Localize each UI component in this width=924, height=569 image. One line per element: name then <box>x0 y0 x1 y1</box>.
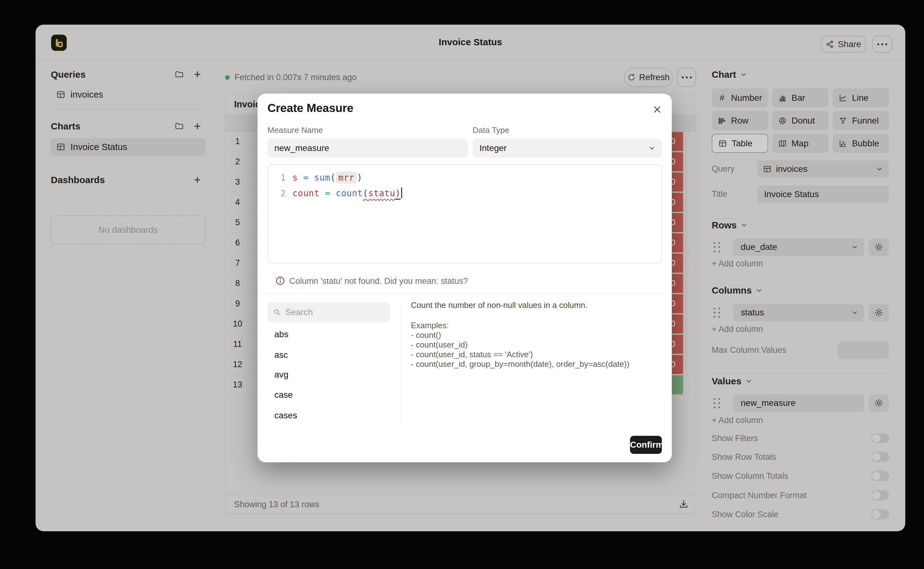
donut-chart-icon <box>778 116 787 125</box>
row-number: 8 <box>225 273 250 294</box>
sidebar-item-invoices[interactable]: invoices <box>50 86 206 103</box>
folder-icon <box>174 70 184 79</box>
table-grid-icon <box>763 165 772 173</box>
max-column-values-input[interactable] <box>838 342 889 359</box>
chart-type-donut[interactable]: Donut <box>772 111 828 130</box>
refresh-button[interactable]: Refresh <box>624 68 673 87</box>
close-button[interactable] <box>652 104 663 115</box>
values-settings-button[interactable] <box>869 394 889 412</box>
column-divider <box>250 114 250 395</box>
add-query-button[interactable]: + <box>192 69 203 79</box>
add-dashboard-button[interactable]: + <box>192 174 203 185</box>
show-row-totals-toggle[interactable] <box>871 452 889 462</box>
chevron-down-icon <box>740 71 747 78</box>
function-list-item[interactable]: cases <box>274 409 297 422</box>
gear-icon <box>874 399 883 408</box>
function-list-item[interactable]: case <box>274 389 293 401</box>
download-button[interactable] <box>678 499 689 510</box>
compact-number-format-toggle[interactable] <box>871 490 889 501</box>
app-window: Invoice Status Share Queries + invoices … <box>35 24 905 531</box>
chevron-down-icon <box>745 377 753 385</box>
section-divider <box>712 218 889 219</box>
funnel-icon <box>838 116 848 125</box>
sidebar-item-invoice-status[interactable]: Invoice Status <box>50 138 206 156</box>
drag-handle-icon[interactable] <box>713 242 722 253</box>
gear-icon <box>874 242 883 252</box>
chart-type-map[interactable]: Map <box>772 134 828 153</box>
show-filters-toggle[interactable] <box>871 433 889 443</box>
function-docs: Count the number of non-null values in a… <box>411 300 651 369</box>
rows-add-column-button[interactable]: + Add column <box>712 258 763 269</box>
chart-type-funnel[interactable]: Funnel <box>833 111 889 130</box>
function-list-item[interactable]: abs <box>274 328 288 341</box>
confirm-button[interactable]: Confirm <box>630 436 662 454</box>
row-number: 10 <box>225 314 250 334</box>
bar-chart-icon <box>778 94 787 102</box>
show-column-totals-toggle[interactable] <box>871 471 889 481</box>
columns-add-column-button[interactable]: + Add column <box>712 323 763 335</box>
download-icon <box>678 499 689 510</box>
line-number: 2 <box>268 186 285 201</box>
toggle-label: Show Column Totals <box>712 470 788 482</box>
code-line: 2 count = count(statu) <box>268 186 402 201</box>
columns-section-header[interactable]: Columns <box>712 284 763 297</box>
share-icon <box>825 40 834 49</box>
row-number: 4 <box>225 192 250 213</box>
measure-name-input[interactable] <box>267 139 467 158</box>
chart-section-header[interactable]: Chart <box>712 68 747 81</box>
rows-section-header[interactable]: Rows <box>712 219 748 231</box>
section-divider <box>712 278 889 279</box>
formula-editor[interactable]: 1 s = sum(mrr) 2 count = count(statu) <box>267 164 662 263</box>
chart-type-table[interactable]: Table <box>712 134 768 153</box>
title-input[interactable]: Invoice Status <box>757 186 889 203</box>
function-list-item[interactable]: avg <box>274 368 288 381</box>
drag-handle-icon[interactable] <box>713 307 722 318</box>
chart-type-bubble[interactable]: Bubble <box>833 134 889 153</box>
function-list-item[interactable]: asc <box>274 349 288 361</box>
charts-section-label: Charts <box>51 120 80 132</box>
columns-settings-button[interactable] <box>869 304 889 321</box>
modal-divider <box>258 293 672 294</box>
chart-type-number[interactable]: # Number <box>712 88 768 107</box>
chart-type-line[interactable]: Line <box>833 88 889 107</box>
show-color-scale-toggle[interactable] <box>871 510 889 519</box>
sidebar-item-label: invoices <box>70 90 103 100</box>
drag-handle-icon[interactable] <box>713 398 722 409</box>
table-grid-icon <box>718 139 727 148</box>
measure-name-label: Measure Name <box>267 125 323 135</box>
close-icon <box>652 104 663 115</box>
table-more-button[interactable] <box>677 68 696 87</box>
row-number: 6 <box>225 233 250 253</box>
rows-settings-button[interactable] <box>869 238 889 256</box>
docs-example: - count() <box>411 330 651 340</box>
charts-folder-button[interactable] <box>174 121 185 131</box>
row-number: 13 <box>225 375 250 395</box>
text-caret <box>401 187 402 198</box>
search-input[interactable] <box>285 307 384 317</box>
toggle-label: Show Color Scale <box>712 508 779 520</box>
function-search[interactable] <box>267 302 390 322</box>
query-select[interactable]: invoices <box>757 160 889 178</box>
create-measure-modal: Create Measure Measure Name Data Type In… <box>258 94 672 462</box>
window-title: Invoice Status <box>35 34 905 50</box>
fetch-status-dot <box>225 75 230 80</box>
values-measure-item[interactable]: new_measure <box>733 394 864 412</box>
add-chart-button[interactable]: + <box>192 121 203 131</box>
values-section-header[interactable]: Values <box>712 375 753 387</box>
share-button[interactable]: Share <box>821 36 866 53</box>
row-count-text: Showing 13 of 13 rows <box>234 498 319 511</box>
info-icon <box>275 276 285 286</box>
chart-type-bar[interactable]: Bar <box>772 88 828 107</box>
columns-column-select[interactable]: status <box>733 304 864 321</box>
queries-folder-button[interactable] <box>174 69 185 79</box>
row-number: 12 <box>225 354 250 375</box>
line-number: 1 <box>268 170 285 186</box>
data-type-select[interactable]: Integer <box>473 139 662 158</box>
window-more-button[interactable] <box>872 36 892 53</box>
docs-examples-label: Examples: <box>411 321 651 330</box>
rows-column-select[interactable]: due_date <box>733 238 864 256</box>
query-label: Query <box>712 163 735 175</box>
chart-type-row[interactable]: Row <box>712 111 768 130</box>
table-grid-icon <box>56 90 65 99</box>
values-add-column-button[interactable]: + Add column <box>712 414 763 426</box>
